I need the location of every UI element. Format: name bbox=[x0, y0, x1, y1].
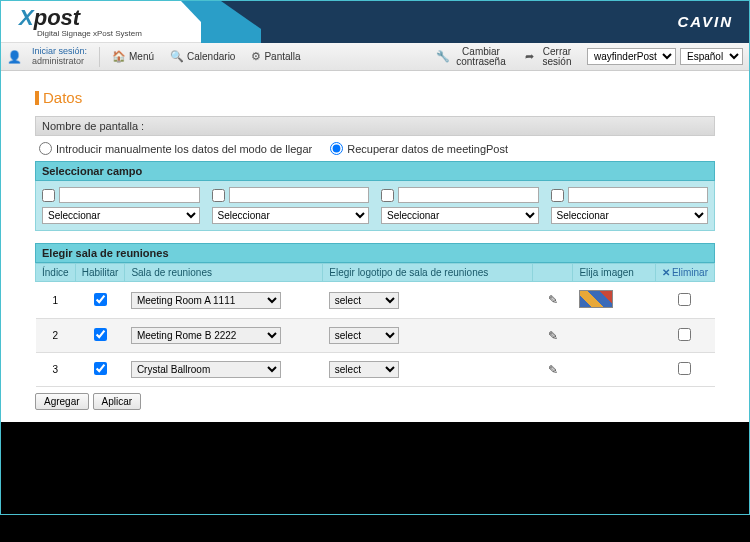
menu-button[interactable]: 🏠Menú bbox=[106, 47, 160, 66]
rooms-heading: Elegir sala de reuniones bbox=[35, 243, 715, 263]
language-select[interactable]: Español bbox=[680, 48, 743, 65]
row-delete-checkbox[interactable] bbox=[678, 362, 691, 375]
home-icon: 🏠 bbox=[112, 50, 126, 63]
field-text-4[interactable] bbox=[568, 187, 709, 203]
radio-manual-label: Introducir manualmente los datos del mod… bbox=[56, 143, 312, 155]
field-col-2: Seleccionar bbox=[212, 187, 370, 224]
add-button[interactable]: Agregar bbox=[35, 393, 89, 410]
field-check-1[interactable] bbox=[42, 189, 55, 202]
row-index: 2 bbox=[36, 319, 76, 353]
image-thumbnail[interactable] bbox=[579, 290, 613, 308]
field-text-1[interactable] bbox=[59, 187, 200, 203]
calendar-label: Calendario bbox=[187, 51, 235, 62]
row-index: 3 bbox=[36, 353, 76, 387]
header: Xpost Digital Signage xPost System CAVIN bbox=[1, 1, 749, 43]
col-image: Elija imagen bbox=[573, 264, 655, 282]
toolbar: 👤 Iniciar sesión: administrator 🏠Menú 🔍C… bbox=[1, 43, 749, 71]
logout-button[interactable]: ➦Cerrar sesión bbox=[519, 44, 583, 70]
field-grid: Seleccionar Seleccionar Seleccionar Sele… bbox=[35, 181, 715, 231]
screen-label: Pantalla bbox=[264, 51, 300, 62]
screen-name-bar: Nombre de pantalla : bbox=[35, 116, 715, 136]
col-delete-label: Eliminar bbox=[672, 267, 708, 278]
exit-icon: ➦ bbox=[525, 50, 534, 63]
edit-icon[interactable]: ✎ bbox=[548, 329, 558, 343]
col-delete[interactable]: ✕Eliminar bbox=[655, 264, 714, 282]
logo-select[interactable]: select bbox=[329, 292, 399, 309]
apply-button[interactable]: Aplicar bbox=[93, 393, 142, 410]
row-enable-checkbox[interactable] bbox=[94, 293, 107, 306]
field-col-3: Seleccionar bbox=[381, 187, 539, 224]
col-enable: Habilitar bbox=[75, 264, 125, 282]
field-select-1[interactable]: Seleccionar bbox=[42, 207, 200, 224]
screen-button[interactable]: ⚙Pantalla bbox=[245, 47, 306, 66]
field-check-4[interactable] bbox=[551, 189, 564, 202]
bottom-strip bbox=[1, 422, 749, 514]
field-col-1: Seleccionar bbox=[42, 187, 200, 224]
module-select[interactable]: wayfinderPost bbox=[587, 48, 676, 65]
select-field-heading: Seleccionar campo bbox=[35, 161, 715, 181]
radio-retrieve-input[interactable] bbox=[330, 142, 343, 155]
field-select-3[interactable]: Seleccionar bbox=[381, 207, 539, 224]
company-brand: CAVIN bbox=[677, 13, 733, 30]
row-index: 1 bbox=[36, 282, 76, 319]
table-row: 1Meeting Room A 1111select✎ bbox=[36, 282, 715, 319]
rooms-table: Índice Habilitar Sala de reuniones Elegi… bbox=[35, 263, 715, 387]
logo-tagline: Digital Signage xPost System bbox=[37, 29, 142, 38]
table-row: 3Crystal Ballroomselect✎ bbox=[36, 353, 715, 387]
field-text-2[interactable] bbox=[229, 187, 370, 203]
field-check-2[interactable] bbox=[212, 189, 225, 202]
col-room: Sala de reuniones bbox=[125, 264, 323, 282]
field-select-2[interactable]: Seleccionar bbox=[212, 207, 370, 224]
field-text-3[interactable] bbox=[398, 187, 539, 203]
gear-icon: ⚙ bbox=[251, 50, 261, 63]
radio-retrieve-label: Recuperar datos de meetingPost bbox=[347, 143, 508, 155]
logo-post: post bbox=[34, 5, 80, 30]
mode-radio-row: Introducir manualmente los datos del mod… bbox=[35, 136, 715, 161]
room-select[interactable]: Meeting Room A 1111 bbox=[131, 292, 281, 309]
room-select[interactable]: Crystal Ballroom bbox=[131, 361, 281, 378]
logout-label: Cerrar sesión bbox=[537, 47, 577, 67]
logo: Xpost Digital Signage xPost System bbox=[19, 5, 142, 38]
field-select-4[interactable]: Seleccionar bbox=[551, 207, 709, 224]
key-icon: 🔧 bbox=[436, 50, 450, 63]
change-pw-label: Cambiar contraseña bbox=[453, 47, 509, 67]
radio-manual-input[interactable] bbox=[39, 142, 52, 155]
change-password-button[interactable]: 🔧Cambiar contraseña bbox=[430, 44, 515, 70]
app-window: Xpost Digital Signage xPost System CAVIN… bbox=[0, 0, 750, 515]
user-icon: 👤 bbox=[7, 50, 22, 64]
search-icon: 🔍 bbox=[170, 50, 184, 63]
radio-manual[interactable]: Introducir manualmente los datos del mod… bbox=[39, 142, 312, 155]
edit-icon[interactable]: ✎ bbox=[548, 293, 558, 307]
edit-icon[interactable]: ✎ bbox=[548, 363, 558, 377]
radio-retrieve[interactable]: Recuperar datos de meetingPost bbox=[330, 142, 508, 155]
field-check-3[interactable] bbox=[381, 189, 394, 202]
button-row: Agregar Aplicar bbox=[35, 393, 715, 410]
delete-icon: ✕ bbox=[662, 267, 670, 278]
session-user: administrator bbox=[32, 57, 87, 67]
logo-x: X bbox=[19, 5, 34, 30]
row-enable-checkbox[interactable] bbox=[94, 328, 107, 341]
page-title: Datos bbox=[35, 89, 715, 106]
menu-label: Menú bbox=[129, 51, 154, 62]
col-logo: Elegir logotipo de sala de reuniones bbox=[323, 264, 533, 282]
row-enable-checkbox[interactable] bbox=[94, 362, 107, 375]
rooms-header-row: Índice Habilitar Sala de reuniones Elegi… bbox=[36, 264, 715, 282]
room-select[interactable]: Meeting Rome B 2222 bbox=[131, 327, 281, 344]
content: Datos Nombre de pantalla : Introducir ma… bbox=[1, 71, 749, 422]
table-row: 2Meeting Rome B 2222select✎ bbox=[36, 319, 715, 353]
logo-select[interactable]: select bbox=[329, 361, 399, 378]
session-block: Iniciar sesión: administrator bbox=[28, 47, 93, 67]
col-index: Índice bbox=[36, 264, 76, 282]
logo-select[interactable]: select bbox=[329, 327, 399, 344]
calendar-button[interactable]: 🔍Calendario bbox=[164, 47, 241, 66]
field-col-4: Seleccionar bbox=[551, 187, 709, 224]
row-delete-checkbox[interactable] bbox=[678, 293, 691, 306]
row-delete-checkbox[interactable] bbox=[678, 328, 691, 341]
